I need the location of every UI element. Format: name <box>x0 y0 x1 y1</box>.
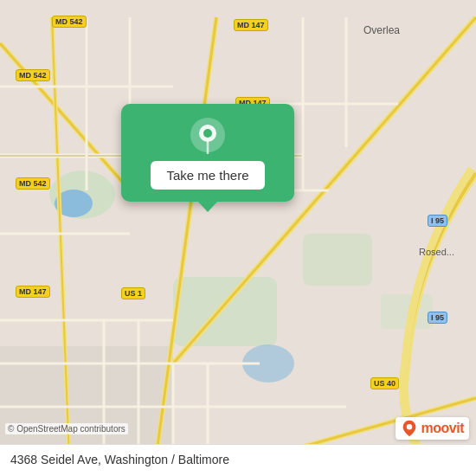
popup-card: Take me there <box>121 104 294 202</box>
road-badge-md542-1: MD 542 <box>52 16 87 28</box>
road-badge-i95-1: I 95 <box>428 215 447 227</box>
location-pin-icon <box>189 116 227 154</box>
place-label-roseda: Rosed... <box>419 247 454 257</box>
svg-rect-3 <box>173 277 277 346</box>
address-text: 4368 Seidel Ave, Washington / Baltimore <box>10 453 229 466</box>
road-badge-us40: US 40 <box>370 377 399 389</box>
road-badge-us1: US 1 <box>121 287 145 299</box>
road-badge-md542-3: MD 542 <box>16 177 50 190</box>
osm-attribution: © OpenStreetMap contributors <box>5 423 128 434</box>
moovit-logo-text: moovit <box>421 421 464 436</box>
map-container: Overlea Rosed... MD 542 MD 147 MD 542 MD… <box>0 0 476 476</box>
road-badge-md147-3: MD 147 <box>16 286 50 298</box>
road-badge-i95-2: I 95 <box>428 312 447 324</box>
road-badge-md542-2: MD 542 <box>16 69 50 81</box>
svg-rect-5 <box>303 234 372 286</box>
road-badge-md147-1: MD 147 <box>234 19 268 31</box>
bottom-bar: 4368 Seidel Ave, Washington / Baltimore <box>0 444 476 476</box>
svg-point-38 <box>406 424 411 429</box>
take-me-there-button[interactable]: Take me there <box>151 161 264 190</box>
moovit-logo: moovit <box>396 417 469 440</box>
svg-point-37 <box>203 129 212 138</box>
place-label-overlea: Overlea <box>363 24 400 36</box>
moovit-icon <box>401 419 418 438</box>
